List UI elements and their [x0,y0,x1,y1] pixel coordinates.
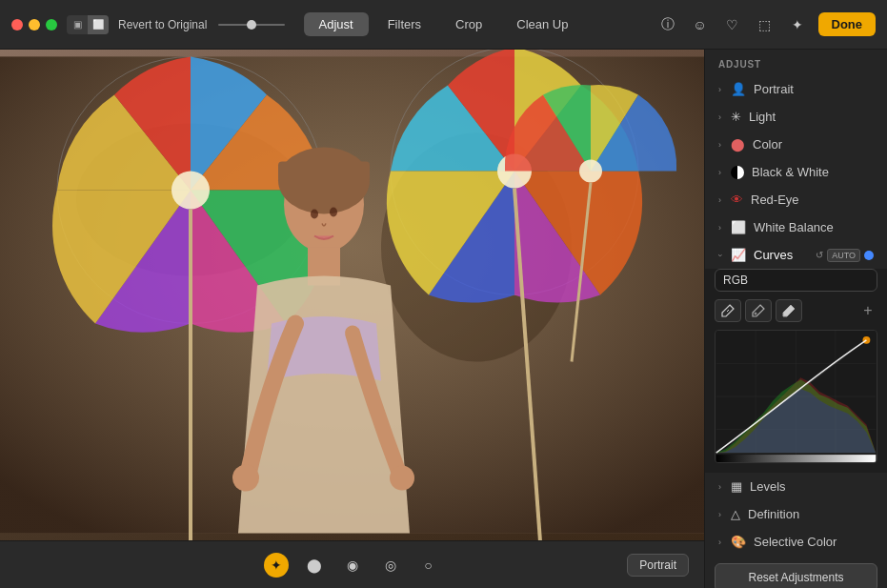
light-label: Light [749,110,776,124]
bw-icon [731,166,744,179]
adjust-light[interactable]: › ✳ Light [705,103,887,131]
selective-color-chevron: › [718,537,721,547]
traffic-lights [11,19,57,30]
adjust-portrait[interactable]: › 👤 Portrait [705,75,887,103]
bottom-toolbar: ✦ ⬤ ◉ ◎ ○ Portrait [0,540,704,588]
definition-icon: △ [731,507,740,521]
share-button[interactable]: ⬚ [754,13,776,36]
color-chevron: › [718,140,721,150]
definition-chevron: › [718,510,721,519]
svg-rect-31 [716,455,877,462]
portrait-label: Portrait [754,82,794,96]
svg-point-19 [390,466,414,491]
tab-crop[interactable]: Crop [440,12,497,36]
bw-label: Black & White [752,165,829,179]
tool-icon-circle1[interactable]: ⬤ [302,553,327,578]
channel-select[interactable]: RGB Red Green Blue [715,269,877,292]
svg-point-5 [171,172,210,210]
tool-icon-circle2[interactable]: ◉ [340,553,365,578]
nav-tabs: Adjust Filters Crop Clean Up [304,12,584,36]
add-curve-btn[interactable]: + [858,301,877,320]
titlebar-right: ⓘ ☺ ♡ ⬚ ✦ Done [656,12,877,36]
image-area: Prije podešenja krivulja [0,50,704,588]
zoom-thumb [247,20,256,30]
eyedropper-black-btn[interactable] [715,299,741,322]
portrait-chevron: › [718,85,721,94]
redeye-icon: 👁 [731,193,743,207]
eyedropper-white-btn[interactable] [776,299,802,322]
maximize-button[interactable] [46,19,57,30]
selective-color-icon: 🎨 [731,535,746,549]
adjust-section-title: ADJUST [705,50,887,75]
redeye-chevron: › [718,195,721,205]
minimize-button[interactable] [29,19,40,30]
curves-label: Curves [754,248,793,262]
titlebar: ▣ ⬜ Revert to Original Adjust Filters Cr… [0,0,887,50]
color-label: Color [753,137,782,152]
tool-icon-circle4[interactable]: ○ [416,553,441,578]
curves-graph[interactable] [715,330,877,463]
tab-adjust[interactable]: Adjust [304,12,369,36]
adjust-wb[interactable]: › ⬜ White Balance [705,213,887,241]
single-view-btn[interactable]: ▣ [67,15,88,34]
adjust-selective-color[interactable]: › 🎨 Selective Color [705,528,887,556]
color-icon: ⬤ [731,137,745,152]
info-button[interactable]: ⓘ [656,13,679,36]
portrait-icon: 👤 [731,82,746,96]
revert-button[interactable]: Revert to Original [118,18,285,31]
emoji-button[interactable]: ☺ [689,13,712,36]
main-area: Prije podešenja krivulja [0,50,887,588]
view-toggle: ▣ ⬜ [67,15,109,34]
svg-rect-14 [278,162,370,181]
curves-chevron: › [716,253,725,256]
selective-color-label: Selective Color [754,535,837,549]
svg-point-21 [755,313,757,315]
image-svg [0,50,704,540]
light-chevron: › [718,112,721,122]
levels-chevron: › [718,482,721,492]
reset-adjustments-button[interactable]: Reset Adjustments [715,563,877,588]
curves-section: RGB Red Green Blue + [705,269,887,473]
curves-active-indicator [864,251,874,260]
done-button[interactable]: Done [818,12,877,36]
svg-point-10 [579,160,602,183]
adjust-curves[interactable]: › 📈 Curves ↺ AUTO [705,241,887,269]
bw-chevron: › [718,168,721,177]
zoom-slider[interactable] [218,24,285,26]
tab-cleanup[interactable]: Clean Up [501,12,583,36]
svg-point-16 [311,210,318,219]
svg-point-18 [232,465,259,492]
more-button[interactable]: ✦ [786,13,809,36]
levels-icon: ▦ [731,479,742,494]
portrait-button[interactable]: Portrait [627,554,689,577]
close-button[interactable] [11,19,23,30]
wb-icon: ⬜ [731,220,746,234]
split-view-btn[interactable]: ⬜ [88,15,109,34]
wb-chevron: › [718,223,721,233]
eyedropper-gray-btn[interactable] [745,299,772,322]
tool-icon-star[interactable]: ✦ [264,553,289,578]
light-icon: ✳ [731,110,741,124]
adjust-redeye[interactable]: › 👁 Red-Eye [705,186,887,213]
curves-svg [716,331,877,462]
adjust-levels[interactable]: › ▦ Levels [705,473,887,500]
tool-icon-circle3[interactable]: ◎ [378,553,403,578]
adjust-definition[interactable]: › △ Definition [705,500,887,528]
right-panel: ADJUST › 👤 Portrait › ✳ Light › ⬤ Color … [704,50,887,588]
svg-point-30 [862,336,870,344]
revert-label: Revert to Original [118,18,207,31]
curves-tools: + [715,299,877,322]
undo-icon[interactable]: ↺ [816,250,823,260]
adjust-bw[interactable]: › Black & White [705,158,887,186]
redeye-label: Red-Eye [751,193,799,207]
svg-point-17 [330,208,337,217]
definition-label: Definition [748,507,799,521]
levels-label: Levels [750,479,786,494]
favorite-button[interactable]: ♡ [721,13,744,36]
main-image [0,50,704,540]
adjust-color[interactable]: › ⬤ Color [705,131,887,158]
auto-badge[interactable]: AUTO [827,249,860,262]
wb-label: White Balance [754,220,834,234]
curves-icon: 📈 [731,248,746,262]
tab-filters[interactable]: Filters [373,12,436,36]
